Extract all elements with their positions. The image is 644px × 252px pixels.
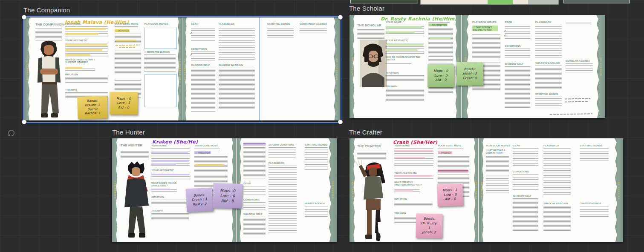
clipped-card-left[interactable] [350, 0, 418, 3]
empty-move-box-1[interactable] [144, 28, 177, 49]
green-checkmark: ✓ [504, 29, 506, 33]
highlighted-move-title [243, 143, 266, 146]
intro-text [35, 29, 62, 40]
crafter-playbook-title: THE CRAFTER [357, 144, 381, 148]
hunter-spine-left: THE HUNTER [112, 138, 118, 242]
crafter-sheet[interactable]: THE CRAFTER THE CRAFTER Crash (She/Her) [349, 138, 623, 242]
frame-label-hunter[interactable]: The Hunter [112, 129, 145, 136]
scholar-playbook-title: THE SCHOLAR [357, 23, 381, 27]
amber-highlight [195, 164, 224, 166]
infinite-canvas[interactable]: The Companion THE COMPANION THE COMPANIO… [0, 0, 644, 252]
scholar-spine-left: THE SCHOLAR [349, 15, 355, 118]
sticky-note-hunter-stats[interactable]: Maps -0 Lore - 0 Aid - 0 [213, 183, 242, 209]
red-checkmark: ✓ [190, 53, 193, 57]
sticky-note-crafter-stats[interactable]: Maps - 1 Lore - 0 Aid - 0 [437, 183, 463, 206]
companion-portrait [30, 40, 67, 122]
sticky-note-companion-bonds[interactable]: Bonds: Kraken: 1 Doctor Rachna: 1 [77, 96, 107, 119]
companion-spine-mid-2: THE COMPANION [182, 17, 187, 120]
companion-playbook-title: THE COMPANION [35, 23, 64, 26]
sticky-note-scholar-stats[interactable]: Maps - 0 Lore - 0 Aid - 0 [427, 64, 454, 87]
clipped-card-right[interactable] [563, 0, 630, 3]
clipped-card-green-segment [488, 0, 513, 4]
clipped-card-gray-segment [528, 0, 558, 4]
intro-text [357, 29, 384, 39]
handwritten-note [116, 44, 140, 46]
green-checkmark: ✓ [504, 34, 506, 37]
crafter-spine-mid-1: THE CRAFTER [474, 138, 478, 242]
red-checkmark: ✓ [190, 32, 193, 35]
sticky-note-hunter-bonds[interactable]: Bonds: Crash : 1 Rusty: 2 [186, 187, 214, 212]
frame-label-companion[interactable]: The Companion [23, 6, 70, 14]
crafter-portrait [354, 160, 394, 243]
clipped-card-middle[interactable] [420, 0, 559, 5]
highlighted-passage [438, 169, 468, 173]
companion-spine-right: THE COMPANION [334, 17, 340, 120]
frame-label-crafter[interactable]: The Crafter [349, 129, 382, 136]
companion-spine-mid-1: THE COMPANION [178, 17, 182, 120]
scholar-portrait [360, 40, 387, 89]
frame-label-scholar[interactable]: The Scholar [349, 5, 384, 12]
sticky-note-scholar-bonds[interactable]: Bonds: Jonah: 2 Crash: 0 [456, 62, 483, 86]
companion-sheet[interactable]: THE COMPANION THE COMPANION Jonah Maiava… [24, 17, 340, 120]
sticky-note-companion-stats[interactable]: Maps - 0 Lore - 1 Aid - 0 [110, 92, 138, 115]
intro-text [121, 150, 149, 160]
sticky-note-crafter-bonds[interactable]: Bonds: Dr. Rusty: 1 Jonah: 2 [416, 213, 443, 238]
handwritten-note [565, 98, 590, 99]
page-divider [259, 17, 260, 120]
crafter-spine-mid-2: THE CRAFTER [479, 138, 484, 242]
hunter-spine-right: THE HUNTER [329, 138, 337, 242]
empty-move-box-2[interactable] [144, 74, 177, 107]
companion-spine-left: THE COMPANION [24, 17, 30, 120]
hunter-portrait [118, 160, 155, 242]
hunter-playbook-title: THE HUNTER [121, 143, 142, 147]
rotate-icon [7, 129, 16, 137]
crafter-spine-right: THE CRAFTER [615, 138, 623, 242]
scholar-spine-right: THE SCHOLAR [596, 15, 605, 118]
